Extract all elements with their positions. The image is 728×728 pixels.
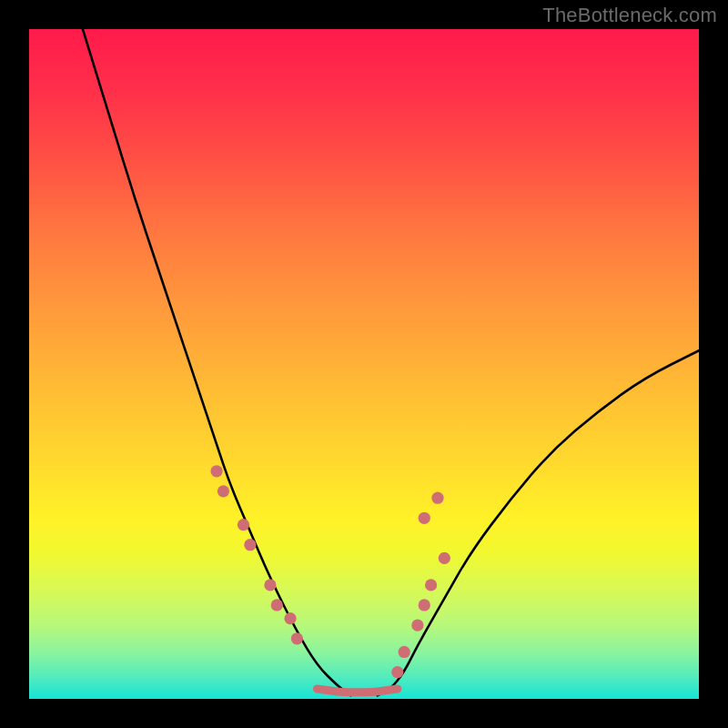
marker-dot <box>431 492 443 504</box>
marker-dot <box>210 465 222 477</box>
marker-dot <box>419 512 430 524</box>
marker-dot <box>284 612 296 624</box>
marker-dot <box>425 579 437 591</box>
plot-area <box>29 29 699 699</box>
series-flat-bottom <box>317 689 397 693</box>
marker-dot <box>238 519 249 531</box>
marker-dot <box>419 599 430 611</box>
marker-dot <box>217 485 229 497</box>
series-group <box>83 29 699 695</box>
chart-svg <box>29 29 699 699</box>
marker-dot <box>391 666 403 678</box>
series-left-curve <box>83 29 350 695</box>
marker-dot <box>439 552 450 564</box>
marker-dot <box>264 579 276 591</box>
watermark-text: TheBottleneck.com <box>542 4 717 27</box>
marker-dot <box>399 646 410 658</box>
marker-dot <box>291 632 303 644</box>
chart-container: TheBottleneck.com <box>0 0 728 728</box>
marker-dot <box>271 599 283 611</box>
marker-dot <box>411 619 423 631</box>
marker-dot <box>244 539 256 551</box>
markers-group <box>210 465 450 678</box>
